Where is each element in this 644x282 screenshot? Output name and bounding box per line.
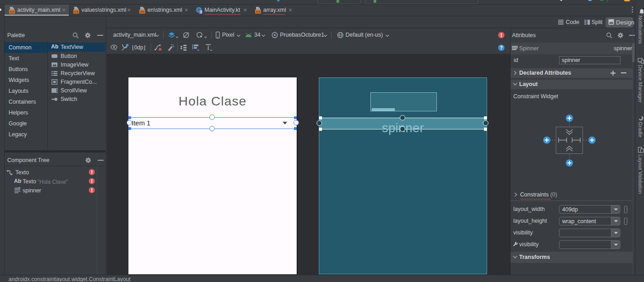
svg-text:<>: <> xyxy=(140,10,145,14)
svg-text:?: ? xyxy=(500,45,502,50)
svg-text:<>: <> xyxy=(256,10,260,14)
svg-text:<>: <> xyxy=(74,10,79,14)
svg-text:<>: <> xyxy=(10,10,14,14)
